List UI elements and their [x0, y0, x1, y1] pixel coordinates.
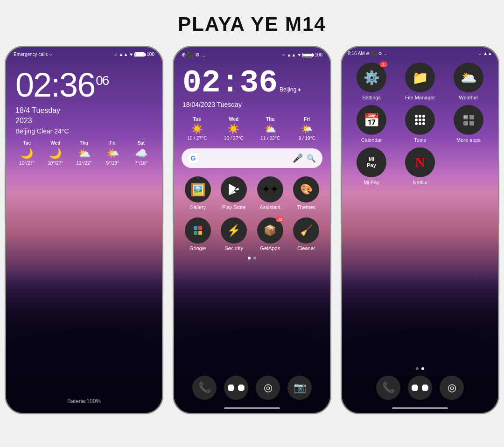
clock-time-2: 02:36: [182, 67, 278, 99]
mipay-label: Mi Pay: [364, 180, 379, 185]
themes-icon: 🎨: [293, 176, 319, 203]
dock-3: 📞 ⏺⏺ ◎: [342, 372, 498, 404]
settings-icon: ⚙️ 1: [357, 63, 386, 92]
mipay-icon: MiPay: [357, 147, 386, 177]
status-bar-1: Emergency calls ○ ○ ▲▲ ♥ 100: [6, 47, 162, 59]
getapps-label: GetApps: [260, 245, 280, 251]
clock-location-1: Beijing Clear 24°C: [15, 127, 153, 135]
tools-label: Tools: [414, 137, 426, 143]
phone-2: ⊕ ⬛ ⚙ ... ○ ▲▲ ♥ 100 02:36 Beijing ♦: [173, 46, 331, 414]
phone-1: Emergency calls ○ ○ ▲▲ ♥ 100 02:3606 1: [5, 46, 163, 414]
clock-widget-1: 02:3606 18/4 Tuesday 2023 Beijing Clear …: [6, 59, 162, 135]
weather-day-thu: Thu ⛅ 11°/22°: [70, 140, 97, 166]
google-g-icon: G: [188, 153, 198, 163]
app-filemanager[interactable]: 📁 File Manager: [398, 63, 442, 100]
getapps-icon: 📦 32: [257, 217, 283, 244]
app-settings[interactable]: ⚙️ 1 Settings: [350, 63, 393, 100]
weather-day-wed: Wed 🌙 10°/27°: [42, 140, 69, 166]
home-indicator-2: [224, 407, 280, 409]
dot-active: [248, 257, 251, 259]
dock-camera[interactable]: 📷: [287, 376, 312, 400]
app-weather[interactable]: 🌥️ Weather: [447, 63, 490, 100]
status-left-1: Emergency calls ○: [14, 52, 52, 57]
microphone-icon: 🎤: [293, 153, 303, 163]
settings-label: Settings: [362, 95, 381, 100]
app-tools[interactable]: Tools: [398, 105, 442, 143]
status-bar-2: ⊕ ⬛ ⚙ ... ○ ▲▲ ♥ 100: [174, 47, 330, 60]
weather-day-sat: Sat ☁️ 7°/18°: [128, 140, 154, 166]
netflix-label: Netflix: [413, 180, 427, 185]
app-security[interactable]: ⚡ Security: [218, 217, 251, 251]
moreapps-icon: Mi: [454, 105, 483, 135]
security-label: Security: [224, 245, 243, 251]
page-dots-2: [174, 255, 330, 261]
app-grid-row2: Google ⚡ Security 📦 32 GetApps 🧹 Cleaner: [174, 214, 330, 255]
dock-phone[interactable]: 📞: [192, 376, 217, 400]
app-netflix[interactable]: N Netflix: [398, 147, 442, 185]
clock-date-2: 18/04/2023 Tuesday: [182, 101, 322, 108]
clock-widget-2: 02:36 Beijing ♦ ☀️ 24°C Clear 18/04/2023…: [174, 60, 330, 112]
cleaner-icon: 🧹: [293, 217, 319, 244]
clock-city: Beijing ♦: [280, 86, 301, 93]
gallery-icon: 🖼️: [185, 176, 211, 203]
calendar-label: Calendar: [361, 137, 382, 143]
netflix-icon: N: [405, 147, 435, 177]
weather-label: Weather: [459, 95, 478, 100]
settings-badge: 1: [380, 62, 387, 67]
playstore-label: Play Store: [222, 204, 246, 210]
home-indicator-3: [392, 407, 448, 409]
tools-icon: [405, 105, 435, 135]
google-icon: [185, 217, 211, 244]
dock-voicemail[interactable]: ⏺⏺: [224, 376, 248, 400]
weather-row-1: Tue 🌙 10°/27° Wed 🌙 10°/27° Thu ⛅ 11°/22…: [6, 135, 162, 171]
app-cleaner[interactable]: 🧹 Cleaner: [290, 217, 323, 251]
battery-icon-2: [302, 53, 313, 57]
page-title: PLAYA YE M14: [178, 13, 326, 35]
forecast-wed: Wed ☀️ 10 / 27°C: [216, 117, 252, 141]
phone-3: 8:16 AM ⊕ ⬛ ⚙ ... ○ ▲▲ ⚙️ 1 Settings: [341, 46, 499, 414]
page-dots-3: [342, 365, 498, 372]
weather-day-fri: Fri 🌤️ 9°/19°: [99, 140, 126, 166]
app-grid-row1: 🖼️ Gallery Play Store ✦✦ Assistant 🎨 The…: [174, 173, 330, 214]
forecast-tue: Tue ☀️ 10 / 27°C: [179, 117, 216, 141]
dot-inactive: [253, 257, 256, 259]
phones-container: Emergency calls ○ ○ ▲▲ ♥ 100 02:3606 1: [0, 46, 504, 414]
app-gallery[interactable]: 🖼️ Gallery: [182, 176, 214, 210]
moreapps-label: More apps: [456, 137, 481, 143]
dock3-voicemail[interactable]: ⏺⏺: [408, 376, 432, 400]
app-themes[interactable]: 🎨 Themes: [290, 176, 323, 210]
forecast-fri: Fri 🌤️ 9 / 19°C: [289, 117, 326, 141]
search-bar[interactable]: G 🎤 🔍: [182, 148, 322, 168]
dock-chrome[interactable]: ◎: [256, 376, 280, 400]
status-right-1: ○ ▲▲ ♥ 100: [114, 52, 154, 57]
getapps-badge: 32: [276, 217, 284, 222]
clock-date-1: 18/4 Tuesday 2023: [15, 105, 153, 126]
clock-time-1: 02:3606: [15, 68, 153, 102]
status-bar-3: 8:16 AM ⊕ ⬛ ⚙ ... ○ ▲▲: [342, 47, 498, 57]
forecast-thu: Thu ⛅ 11 / 22°C: [252, 117, 289, 141]
status-left-2: ⊕ ⬛ ⚙ ...: [182, 52, 205, 58]
dock3-chrome[interactable]: ◎: [440, 376, 464, 400]
status-left-3: 8:16 AM ⊕ ⬛ ⚙ ...: [348, 51, 387, 56]
dock3-phone[interactable]: 📞: [376, 376, 400, 400]
weather-day-tue: Tue 🌙 10°/27°: [14, 140, 40, 166]
app-calendar[interactable]: 📅 Calendar: [350, 105, 393, 143]
filemanager-label: File Manager: [405, 95, 435, 100]
app-playstore[interactable]: Play Store: [218, 176, 251, 210]
google-label: Google: [189, 245, 206, 251]
themes-label: Themes: [297, 204, 315, 210]
weather-icon: 🌥️: [454, 63, 483, 92]
app-assistant[interactable]: ✦✦ Assistant: [254, 176, 287, 210]
app-mipay[interactable]: MiPay Mi Pay: [350, 147, 393, 185]
lens-icon: 🔍: [307, 154, 316, 163]
app-getapps[interactable]: 📦 32 GetApps: [254, 217, 287, 251]
dot-p3-active: [421, 367, 424, 370]
assistant-label: Assistant: [259, 204, 280, 210]
calendar-icon: 📅: [357, 105, 386, 135]
security-icon: ⚡: [221, 217, 247, 244]
app-moreapps[interactable]: Mi More apps: [447, 105, 490, 143]
apps-grid-3: ⚙️ 1 Settings 📁 File Manager 🌥️ Weather: [342, 57, 498, 191]
app-google[interactable]: Google: [182, 217, 214, 251]
battery-bottom: Bateria:100%: [67, 398, 101, 405]
battery-icon-1: [134, 52, 145, 57]
